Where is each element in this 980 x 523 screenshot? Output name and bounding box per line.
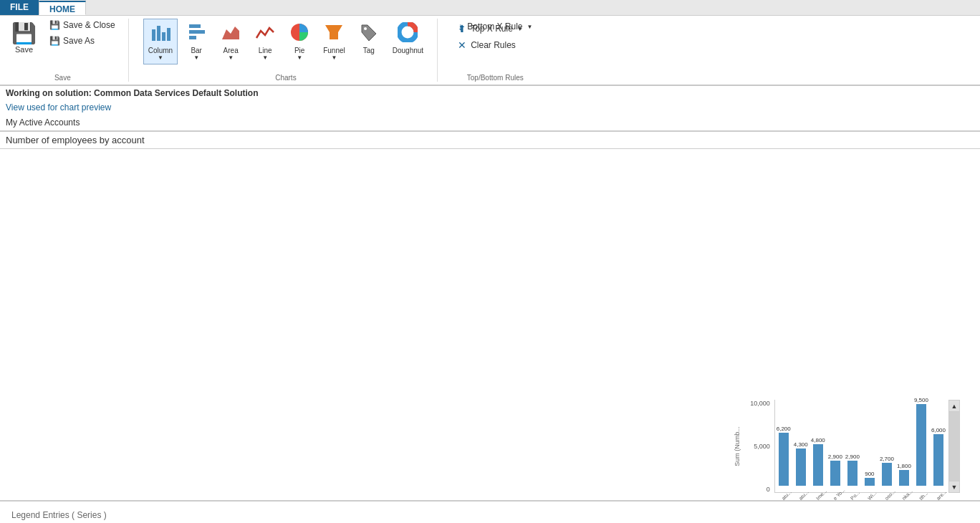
scrollbar-thumb <box>949 412 959 481</box>
bar-rect-7 <box>899 470 909 486</box>
bar-8: 9,500 tth... <box>914 397 928 492</box>
tag-label: Tag <box>363 47 375 54</box>
bar-rect-8 <box>916 404 926 486</box>
save-buttons: 💾 Save 💾 Save & Close 💾 Save As <box>6 19 120 71</box>
area-icon <box>221 22 241 47</box>
bar-7: 1,800 nka... <box>897 463 911 492</box>
save-label: Save <box>15 45 33 54</box>
pie-dropdown-icon: ▼ <box>297 54 302 61</box>
area-dropdown-icon: ▼ <box>228 54 234 61</box>
account-name: My Active Accounts <box>0 115 980 131</box>
clear-rules-button[interactable]: ✕ Clear Rules <box>452 37 522 53</box>
y-tick-10000: 10,000 <box>750 400 770 407</box>
chart-funnel-button[interactable]: Funnel ▼ <box>318 19 350 64</box>
save-close-icon: 💾 <box>49 20 60 30</box>
bar-1: 4,300 atu... <box>794 441 808 492</box>
svg-rect-6 <box>189 36 196 39</box>
column-dropdown-icon: ▼ <box>158 54 163 61</box>
chart-title-bar <box>0 132 980 149</box>
main-content: 10,000 5,000 0 Sum (Numb... 6,200 atu...… <box>0 149 980 500</box>
svg-point-12 <box>404 29 411 36</box>
top-x-icon: ⬆ <box>458 23 466 34</box>
svg-marker-9 <box>325 25 342 39</box>
save-close-button[interactable]: 💾 Save & Close <box>45 19 120 32</box>
chart-wrapper: 10,000 5,000 0 Sum (Numb... 6,200 atu...… <box>750 400 960 493</box>
bottom-panel: Legend Entries ( Series ) Number of Empl… <box>0 500 980 523</box>
save-as-icon: 💾 <box>49 36 60 46</box>
y-axis: 10,000 5,000 0 Sum (Numb... <box>750 400 772 493</box>
bar-rect-6 <box>882 463 892 486</box>
bar-label: Bar <box>191 47 202 54</box>
svg-rect-4 <box>189 24 201 28</box>
status-bar: Working on solution: Common Data Service… <box>0 86 980 132</box>
funnel-icon <box>324 22 344 47</box>
line-dropdown-icon: ▼ <box>262 54 268 61</box>
y-tick-5000: 5,000 <box>754 443 770 450</box>
svg-rect-2 <box>162 32 165 41</box>
chart-area-button[interactable]: Area ▼ <box>215 19 246 64</box>
bar-dropdown-icon: ▼ <box>193 54 199 61</box>
doughnut-icon <box>398 22 418 47</box>
bar-rect-5 <box>865 478 875 486</box>
charts-group-title: Charts <box>143 71 428 82</box>
bar-rect-3 <box>830 461 840 486</box>
tag-icon <box>359 22 379 47</box>
bars-container: 6,200 atu... 4,300 atu... 4,800 Ime... <box>774 400 947 493</box>
bar-2: 4,800 Ime... <box>811 437 825 492</box>
pie-label: Pie <box>294 47 304 54</box>
ribbon-save-group: 💾 Save 💾 Save & Close 💾 Save As Save <box>6 19 129 82</box>
topbottom-group-title: Top/Bottom Rules <box>452 71 538 82</box>
chart-area: 10,000 5,000 0 Sum (Numb... 6,200 atu...… <box>0 149 980 500</box>
bar-rect-2 <box>813 444 823 486</box>
y-axis-label: Sum (Numb... <box>734 426 741 466</box>
scrollbar-down-btn[interactable]: ▼ <box>949 481 959 492</box>
ribbon-topbottom-group: ↓ Bottom X Rule ▼ ✕ Clear Rules ⬆ Top X … <box>452 19 547 82</box>
legend-section-title: Legend Entries ( Series ) <box>11 510 969 520</box>
line-icon <box>255 22 275 47</box>
bar-0: 6,200 atu... <box>777 426 791 492</box>
chart-buttons: Column ▼ Bar ▼ <box>143 19 428 71</box>
funnel-dropdown-icon: ▼ <box>332 54 337 61</box>
doughnut-label: Doughnut <box>393 47 423 54</box>
ribbon-charts-group: Column ▼ Bar ▼ <box>143 19 438 82</box>
svg-rect-5 <box>189 30 205 34</box>
chart-line-button[interactable]: Line ▼ <box>249 19 281 64</box>
chart-bar-button[interactable]: Bar ▼ <box>181 19 212 64</box>
svg-rect-1 <box>157 26 160 41</box>
save-group-title: Save <box>6 71 120 82</box>
clear-rules-icon: ✕ <box>458 39 466 51</box>
bar-icon <box>186 22 206 47</box>
bar-rect-0 <box>779 433 789 486</box>
bar-rect-1 <box>796 448 806 486</box>
save-sub-buttons: 💾 Save & Close 💾 Save As <box>45 19 120 47</box>
view-link[interactable]: View used for chart preview <box>0 100 980 115</box>
funnel-label: Funnel <box>323 47 345 54</box>
save-as-label: Save As <box>63 36 95 46</box>
bar-9: 6,000 are... <box>931 427 946 492</box>
bar-3: 2,900 e Yo... <box>828 454 842 492</box>
bar-rect-4 <box>847 461 858 486</box>
clear-rules-label: Clear Rules <box>471 40 516 50</box>
svg-marker-7 <box>222 27 239 39</box>
chart-doughnut-button[interactable]: Doughnut <box>388 19 428 58</box>
bar-4: 2,900 Po... <box>845 454 860 492</box>
chart-column-button[interactable]: Column ▼ <box>143 19 178 64</box>
bar-rect-9 <box>933 434 943 486</box>
save-button[interactable]: 💾 Save <box>6 19 42 57</box>
top-x-label: Top X Rule <box>471 24 513 34</box>
scrollbar-up-btn[interactable]: ▲ <box>949 400 959 412</box>
bar-5: 900 Wi... <box>863 471 877 492</box>
chart-tag-button[interactable]: Tag <box>353 19 385 58</box>
svg-rect-3 <box>167 28 170 41</box>
tab-file[interactable]: FILE <box>0 0 39 15</box>
chart-title-input[interactable] <box>6 135 974 145</box>
tab-home[interactable]: HOME <box>39 1 86 15</box>
tab-bar: FILE HOME <box>0 0 980 16</box>
top-x-dropdown-icon: ▼ <box>517 26 523 32</box>
chart-scrollbar[interactable]: ▲ ▼ <box>948 400 960 493</box>
save-as-button[interactable]: 💾 Save As <box>45 34 120 47</box>
save-close-label: Save & Close <box>63 20 115 30</box>
top-x-rule-button[interactable]: ⬆ Top X Rule ▼ <box>452 21 529 37</box>
chart-pie-button[interactable]: Pie ▼ <box>284 19 315 64</box>
y-tick-0: 0 <box>767 486 770 493</box>
